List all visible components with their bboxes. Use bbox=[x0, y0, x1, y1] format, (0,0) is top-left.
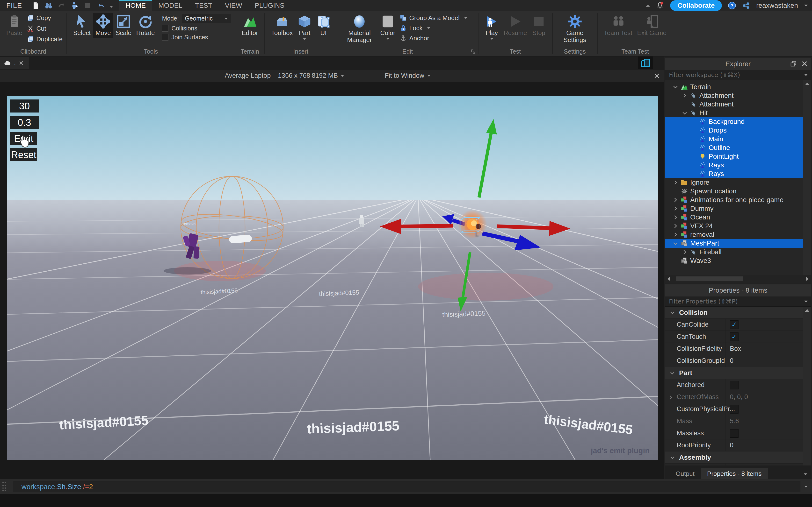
properties-filter-input[interactable] bbox=[668, 298, 804, 305]
place-document-tab[interactable]: . bbox=[0, 57, 29, 69]
properties-filter[interactable] bbox=[665, 296, 811, 306]
property-section-part[interactable]: Part bbox=[665, 367, 811, 379]
tree-item-vfx24[interactable]: VFX 24 bbox=[665, 222, 811, 230]
fireball[interactable] bbox=[458, 210, 487, 239]
tree-item-ocean[interactable]: Ocean bbox=[665, 213, 811, 222]
color-button[interactable]: Color bbox=[378, 13, 398, 41]
tab-view[interactable]: VIEW bbox=[218, 0, 248, 11]
group-as-model-button[interactable]: Group As a Model bbox=[400, 13, 467, 23]
scroll-right-icon[interactable] bbox=[806, 277, 809, 281]
tree-item-attachment[interactable]: Attachment bbox=[665, 100, 811, 109]
tree-item-dummy[interactable]: Dummy bbox=[665, 204, 811, 213]
file-menu[interactable]: FILE bbox=[0, 0, 28, 11]
cut-button[interactable]: Cut bbox=[27, 24, 63, 33]
chevron-right-icon[interactable] bbox=[672, 179, 678, 186]
explorer-vertical-scrollbar[interactable] bbox=[803, 80, 811, 275]
tree-item-hit[interactable]: Hit bbox=[665, 109, 811, 117]
tree-item-terrain[interactable]: Terrain bbox=[665, 82, 811, 91]
command-bar-caret-icon[interactable] bbox=[804, 486, 808, 488]
color-dropdown-caret-icon[interactable] bbox=[386, 38, 390, 40]
resume-button[interactable]: Resume bbox=[501, 13, 529, 38]
tree-item-spawnlocation[interactable]: SpawnLocation bbox=[665, 187, 811, 195]
tab-home[interactable]: HOME bbox=[119, 0, 152, 11]
game-settings-button[interactable]: Game Settings bbox=[557, 13, 593, 45]
anchor-button[interactable]: Anchor bbox=[400, 33, 467, 43]
chevron-right-icon[interactable] bbox=[668, 394, 673, 400]
float-panel-icon[interactable] bbox=[790, 60, 797, 67]
emulation-fit[interactable]: Fit to Window bbox=[385, 72, 430, 79]
tree-item-fireball[interactable]: Fireball bbox=[665, 248, 811, 257]
play-button[interactable]: Play bbox=[483, 13, 501, 41]
exit-game-button[interactable]: Exit Game bbox=[635, 13, 669, 38]
tree-item-drops[interactable]: Drops bbox=[665, 126, 811, 135]
tree-item-ignore[interactable]: Ignore bbox=[665, 178, 811, 187]
tab-test[interactable]: TEST bbox=[189, 0, 219, 11]
rootpriority-value[interactable]: 0 bbox=[730, 442, 733, 449]
terrain-editor-button[interactable]: Editor bbox=[239, 13, 260, 38]
close-panel-icon[interactable] bbox=[801, 60, 808, 67]
part-dropdown-caret-icon[interactable] bbox=[303, 38, 306, 40]
collisiongroupid-value[interactable]: 0 bbox=[730, 357, 733, 364]
tree-item-background[interactable]: Background bbox=[665, 117, 811, 126]
duplicate-button[interactable]: Duplicate bbox=[27, 34, 63, 44]
tree-item-main[interactable]: Main bbox=[665, 135, 811, 144]
run-script-icon[interactable] bbox=[71, 2, 79, 9]
cantouch-checkbox[interactable]: ✓ bbox=[730, 332, 739, 341]
toolbox-button[interactable]: Toolbox bbox=[269, 13, 295, 38]
tree-item-pointlight[interactable]: PointLight bbox=[665, 152, 811, 161]
tree-item-meshpart[interactable]: MeshPart bbox=[665, 239, 811, 248]
collapse-ribbon-icon[interactable] bbox=[646, 5, 650, 7]
tree-item-animations[interactable]: Animations for one piece game bbox=[665, 195, 811, 204]
properties-header[interactable]: Properties - 8 items bbox=[665, 284, 811, 297]
chevron-down-icon[interactable] bbox=[681, 110, 688, 116]
emulation-memory[interactable]: 8192 MB bbox=[312, 72, 344, 79]
tree-item-attachment[interactable]: Attachment bbox=[665, 91, 811, 100]
explorer-horizontal-scrollbar[interactable] bbox=[665, 275, 811, 283]
explorer-filter[interactable] bbox=[665, 70, 811, 80]
help-icon[interactable]: ? bbox=[728, 2, 736, 9]
tree-item-rays[interactable]: Rays bbox=[665, 169, 811, 178]
play-dropdown-caret-icon[interactable] bbox=[490, 38, 494, 40]
collaborate-button[interactable]: Collaborate bbox=[670, 0, 722, 11]
paste-button[interactable]: Paste bbox=[4, 13, 25, 38]
scroll-down-icon[interactable] bbox=[804, 473, 807, 475]
tab-properties[interactable]: Properties - 8 items bbox=[701, 468, 768, 479]
property-section-assembly[interactable]: Assembly bbox=[665, 451, 811, 463]
command-bar-grip[interactable] bbox=[2, 482, 6, 492]
chevron-right-icon[interactable] bbox=[672, 206, 678, 212]
anchored-checkbox[interactable] bbox=[730, 381, 739, 389]
plugin-value-button-03[interactable]: 0.3 bbox=[10, 116, 39, 129]
collisionfidelity-value[interactable]: Box bbox=[730, 345, 741, 352]
massless-checkbox[interactable] bbox=[730, 429, 739, 438]
chevron-right-icon[interactable] bbox=[681, 93, 688, 99]
chevron-right-icon[interactable] bbox=[672, 214, 678, 220]
scrollbar-thumb[interactable] bbox=[676, 276, 743, 281]
chevron-right-icon[interactable] bbox=[672, 197, 678, 203]
team-test-button[interactable]: Team Test bbox=[602, 13, 635, 38]
chevron-down-icon[interactable] bbox=[672, 240, 678, 246]
scroll-left-icon[interactable] bbox=[667, 277, 670, 281]
cancollide-checkbox[interactable]: ✓ bbox=[730, 320, 739, 329]
close-emulation-icon[interactable] bbox=[654, 72, 660, 79]
chevron-right-icon[interactable] bbox=[681, 249, 688, 255]
viewport-3d-scene[interactable] bbox=[7, 96, 658, 460]
material-manager-button[interactable]: Material Manager bbox=[341, 13, 378, 45]
emulation-device[interactable]: Average Laptop bbox=[225, 72, 271, 79]
command-bar-input[interactable]: workspace.Sh.Size /=2 bbox=[13, 481, 800, 492]
tree-item-wave3[interactable]: Wave3 bbox=[665, 257, 811, 265]
copy-button[interactable]: Copy bbox=[27, 13, 63, 23]
scroll-up-icon[interactable] bbox=[805, 82, 809, 85]
redo-icon[interactable] bbox=[58, 2, 65, 9]
scale-tool-button[interactable]: Scale bbox=[113, 13, 134, 38]
tree-item-outline[interactable]: Outline bbox=[665, 144, 811, 152]
account-caret-icon[interactable] bbox=[804, 5, 808, 6]
explorer-header[interactable]: Explorer bbox=[665, 58, 811, 70]
undo-icon[interactable] bbox=[97, 2, 105, 9]
notifications-bell-icon[interactable] bbox=[656, 2, 664, 9]
new-file-icon[interactable] bbox=[32, 2, 39, 9]
close-tab-icon[interactable] bbox=[18, 60, 24, 66]
insert-ui-button[interactable]: UI bbox=[314, 13, 333, 38]
scroll-up-icon[interactable] bbox=[805, 309, 809, 312]
tab-model[interactable]: MODEL bbox=[152, 0, 189, 11]
share-icon[interactable] bbox=[742, 2, 750, 9]
